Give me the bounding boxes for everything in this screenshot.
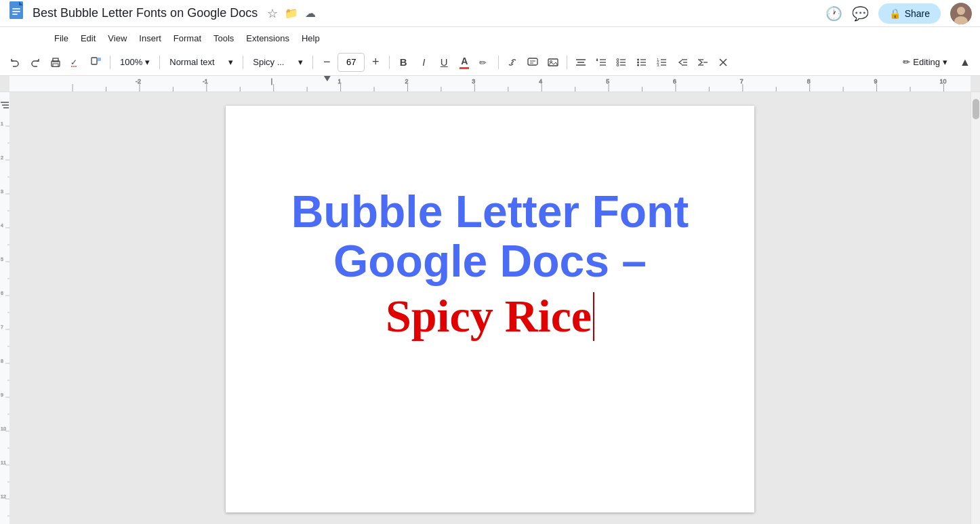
menu-file[interactable]: File	[49, 31, 74, 46]
zoom-dropdown[interactable]: 100% ▾	[115, 53, 155, 72]
image-button[interactable]	[544, 53, 563, 72]
svg-text:8: 8	[1, 359, 3, 363]
bold-button[interactable]: B	[394, 53, 413, 72]
menu-edit[interactable]: Edit	[75, 31, 101, 46]
font-size-box	[338, 53, 365, 72]
font-dropdown[interactable]: Spicy ... ▾	[247, 53, 308, 72]
svg-text:8: 8	[807, 78, 811, 85]
document-line1: Bubble Letter Font	[291, 187, 689, 237]
editing-mode-dropdown[interactable]: ✏ Editing ▾	[896, 54, 954, 70]
star-icon[interactable]: ☆	[267, 6, 278, 21]
svg-text:9: 9	[1, 392, 3, 397]
clear-format-button[interactable]	[714, 53, 733, 72]
link-button[interactable]	[503, 53, 522, 72]
svg-text:11: 11	[1, 460, 6, 465]
svg-text:1: 1	[338, 78, 342, 85]
svg-text:✓: ✓	[70, 58, 77, 67]
toolbar-sep-5	[389, 56, 390, 69]
svg-text:4: 4	[539, 78, 542, 85]
style-dropdown[interactable]: Normal text ▾	[164, 53, 239, 72]
paint-format-button[interactable]	[87, 53, 106, 72]
document-content: Bubble Letter Font Google Docs – Spicy R…	[280, 146, 700, 348]
svg-text:9: 9	[874, 78, 878, 85]
document-title[interactable]: Best Bubble Letter Fonts on Google Docs	[33, 6, 258, 20]
highlight-button[interactable]: ✏	[475, 53, 494, 72]
bullet-list-button[interactable]	[632, 53, 651, 72]
svg-text:5: 5	[1, 257, 3, 262]
ruler-content: -2 -1 | 1 2 3 4 5	[19, 76, 971, 92]
font-size-increase-button[interactable]: +	[366, 53, 385, 72]
font-chevron-icon: ▾	[298, 57, 303, 67]
share-button[interactable]: 🔒 Share	[878, 3, 941, 24]
svg-text:6: 6	[673, 78, 676, 85]
font-color-label: A	[461, 56, 468, 66]
svg-text:3: 3	[1, 189, 3, 194]
toolbar-sep-2	[159, 56, 160, 69]
svg-rect-4	[12, 11, 20, 12]
menu-extensions[interactable]: Extensions	[241, 31, 295, 46]
left-panel: 1 2 3 4 5 6 7 8 9	[0, 92, 9, 524]
checklist-button[interactable]	[612, 53, 631, 72]
print-button[interactable]	[46, 53, 65, 72]
scrollbar-thumb[interactable]	[973, 99, 979, 119]
document-line3: Spicy Rice	[291, 291, 689, 342]
undo-button[interactable]	[5, 53, 24, 72]
svg-text:-1: -1	[203, 78, 208, 85]
title-toolbar-right: 🕐 💬 🔒 Share	[825, 3, 972, 24]
lock-icon: 🔒	[889, 8, 901, 19]
increase-indent-button[interactable]	[693, 53, 712, 72]
ruler: -2 -1 | 1 2 3 4 5	[0, 76, 980, 92]
comment-button[interactable]	[523, 53, 542, 72]
svg-text:12: 12	[1, 494, 6, 499]
underline-button[interactable]: U	[434, 53, 453, 72]
menu-help[interactable]: Help	[296, 31, 325, 46]
svg-rect-17	[528, 58, 537, 65]
page-area[interactable]: Bubble Letter Font Google Docs – Spicy R…	[9, 92, 971, 524]
chevron-down-icon: ▾	[145, 57, 150, 67]
svg-text:7: 7	[1, 325, 3, 329]
decrease-indent-button[interactable]	[673, 53, 692, 72]
svg-rect-54	[19, 76, 971, 92]
svg-rect-15	[98, 58, 101, 61]
history-icon[interactable]: 🕐	[825, 5, 842, 22]
text-cursor	[593, 292, 594, 341]
svg-point-33	[617, 64, 619, 66]
svg-text:10: 10	[1, 426, 6, 431]
font-size-input[interactable]	[341, 57, 361, 67]
scrollbar-right[interactable]	[971, 92, 980, 524]
cloud-icon[interactable]: ☁	[305, 7, 316, 20]
svg-rect-11	[53, 64, 58, 66]
font-size-decrease-button[interactable]: −	[317, 53, 336, 72]
svg-point-38	[637, 61, 639, 63]
menu-format[interactable]: Format	[168, 31, 207, 46]
pencil-icon: ✏	[903, 57, 910, 67]
outline-icon[interactable]	[0, 100, 9, 112]
collapse-toolbar-button[interactable]: ▲	[956, 53, 975, 72]
comment-icon[interactable]: 💬	[852, 5, 869, 22]
document-page[interactable]: Bubble Letter Font Google Docs – Spicy R…	[226, 106, 754, 512]
menu-view[interactable]: View	[102, 31, 132, 46]
toolbar-sep-3	[243, 56, 243, 69]
line-spacing-button[interactable]	[592, 53, 611, 72]
numbered-list-button[interactable]: 1. 2. 3.	[653, 53, 672, 72]
vertical-ruler: 1 2 3 4 5 6 7 8 9	[0, 92, 9, 524]
redo-button[interactable]	[26, 53, 45, 72]
svg-point-39	[637, 64, 639, 66]
menu-tools[interactable]: Tools	[208, 31, 239, 46]
align-button[interactable]	[571, 53, 590, 72]
style-chevron-icon: ▾	[228, 57, 233, 67]
spellcheck-button[interactable]: ✓	[66, 53, 85, 72]
toolbar-sep-1	[110, 56, 110, 69]
main-layout: 1 2 3 4 5 6 7 8 9	[0, 92, 980, 524]
svg-text:5: 5	[606, 78, 609, 85]
avatar[interactable]	[950, 3, 972, 24]
folder-icon[interactable]: 📁	[285, 7, 298, 20]
color-bar	[460, 67, 469, 69]
menu-insert[interactable]: Insert	[134, 31, 167, 46]
svg-point-32	[617, 61, 619, 63]
document-text-block[interactable]: Bubble Letter Font Google Docs – Spicy R…	[291, 187, 689, 342]
svg-text:-2: -2	[136, 78, 141, 85]
font-color-button[interactable]: A	[455, 53, 474, 72]
svg-text:7: 7	[740, 78, 743, 85]
italic-button[interactable]: I	[414, 53, 433, 72]
